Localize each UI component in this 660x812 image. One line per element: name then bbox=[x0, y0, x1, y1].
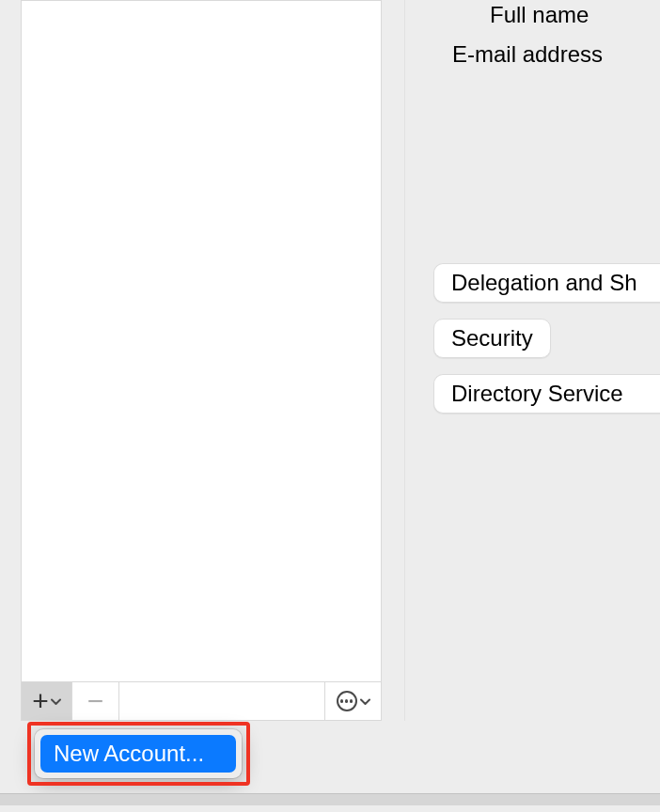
chevron-down-icon bbox=[51, 694, 61, 709]
accounts-sidebar: + − bbox=[21, 0, 382, 721]
account-detail-panel: Full name E-mail address Delegation and … bbox=[404, 0, 660, 721]
email-address-label: E-mail address bbox=[405, 41, 660, 68]
full-name-label: Full name bbox=[405, 2, 660, 28]
accounts-list[interactable] bbox=[22, 1, 381, 681]
delegation-sharing-button[interactable]: Delegation and Sh bbox=[433, 263, 660, 303]
remove-account-button[interactable]: − bbox=[72, 682, 119, 720]
form-labels: Full name E-mail address bbox=[405, 0, 660, 67]
menu-item-new-account[interactable]: New Account... bbox=[40, 735, 236, 773]
add-account-menu: New Account... bbox=[35, 729, 242, 778]
more-actions-button[interactable] bbox=[324, 682, 381, 720]
plus-icon: + bbox=[32, 687, 49, 715]
security-button[interactable]: Security bbox=[433, 319, 551, 358]
directory-service-button[interactable]: Directory Service bbox=[433, 374, 660, 414]
chevron-down-icon bbox=[360, 694, 370, 709]
ellipsis-circle-icon bbox=[337, 691, 357, 711]
window-bottom-strip bbox=[0, 793, 660, 812]
settings-button-column: Delegation and Sh Security Directory Ser… bbox=[433, 263, 660, 414]
add-account-button[interactable]: + bbox=[22, 682, 72, 720]
footer-spacer bbox=[119, 682, 324, 720]
sidebar-footer: + − bbox=[22, 681, 381, 720]
minus-icon: − bbox=[87, 685, 104, 717]
